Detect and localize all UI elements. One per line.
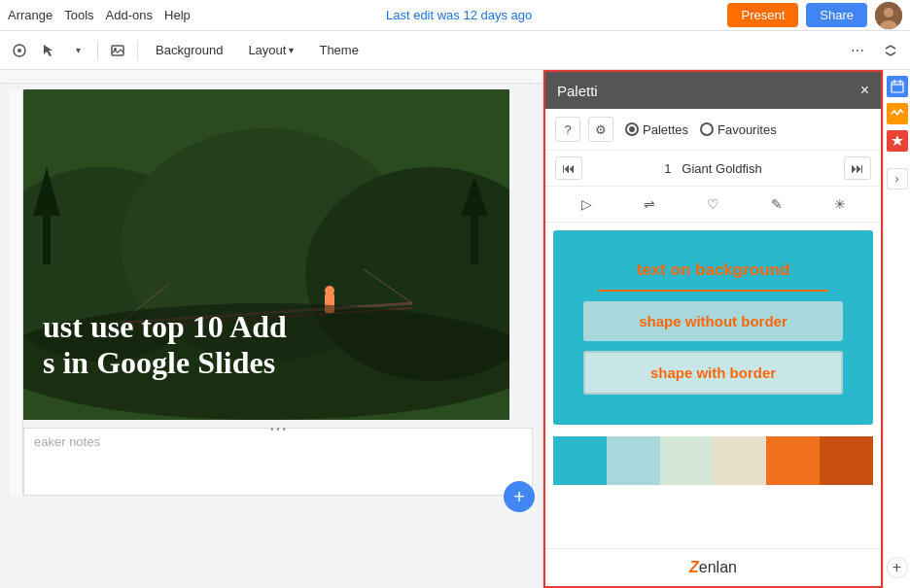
preview-shape-no-border: shape without border bbox=[583, 301, 843, 341]
menu-addons[interactable]: Add-ons bbox=[106, 8, 153, 22]
view-mode-radio-group: Palettes Favourites bbox=[625, 122, 777, 137]
home-icon[interactable] bbox=[8, 39, 31, 62]
paletti-body: ? ⚙ Palettes Favourites bbox=[543, 109, 883, 588]
far-right-sidebar: › + bbox=[883, 70, 910, 588]
preview-line bbox=[598, 290, 829, 292]
slide-title-text: ust use top 10 Add s in Google Slides bbox=[43, 309, 287, 381]
star-icon[interactable] bbox=[887, 130, 908, 152]
paletti-close-button[interactable]: × bbox=[860, 82, 869, 99]
menu-bar: Arrange Tools Add-ons Help Last edit was… bbox=[0, 0, 910, 31]
add-right-button[interactable]: + bbox=[887, 557, 908, 582]
swatch-5[interactable] bbox=[766, 436, 820, 485]
svg-point-6 bbox=[114, 48, 117, 51]
favourites-radio-label[interactable]: Favourites bbox=[700, 122, 777, 137]
color-swatches[interactable] bbox=[553, 436, 873, 485]
palettes-radio-dot bbox=[625, 122, 639, 136]
nav-palette-name: Giant Goldfish bbox=[682, 161, 761, 176]
svg-marker-27 bbox=[892, 135, 903, 146]
favourites-label: Favourites bbox=[718, 122, 777, 137]
favourite-button[interactable]: ♡ bbox=[699, 192, 727, 216]
background-button[interactable]: Background bbox=[146, 37, 232, 64]
insert-image-icon[interactable] bbox=[106, 39, 129, 62]
toolbar: ▾ Background Layout ▾ Theme ⋯ bbox=[0, 31, 910, 70]
slide-area: ust use top 10 Add s in Google Slides • … bbox=[0, 70, 542, 588]
divider-1 bbox=[97, 41, 98, 60]
shape-no-border-label: shape without border bbox=[639, 313, 788, 329]
palettes-radio-label[interactable]: Palettes bbox=[625, 122, 688, 137]
expand-right-icon[interactable]: › bbox=[887, 168, 908, 190]
shape-with-border-label: shape with border bbox=[650, 364, 776, 381]
layout-chevron-icon: ▾ bbox=[289, 45, 294, 55]
preview-text-on-bg: text on background bbox=[637, 260, 790, 280]
help-icon[interactable]: ? bbox=[555, 117, 580, 142]
shuffle-button[interactable]: ⇌ bbox=[636, 192, 663, 216]
brand-rest: enlan bbox=[699, 559, 737, 575]
more-options-icon[interactable]: ⋯ bbox=[846, 39, 869, 62]
brand-z-letter: Z bbox=[689, 559, 699, 575]
favourites-radio-dot bbox=[700, 122, 714, 136]
svg-rect-23 bbox=[892, 82, 903, 92]
svg-point-21 bbox=[325, 286, 334, 295]
layout-button[interactable]: Layout ▾ bbox=[238, 37, 303, 64]
play-button[interactable]: ▷ bbox=[574, 192, 600, 216]
nav-info: 1 Giant Goldfish bbox=[664, 161, 761, 176]
menu-tools[interactable]: Tools bbox=[64, 8, 93, 22]
avatar[interactable] bbox=[875, 2, 902, 29]
divider-2 bbox=[137, 41, 138, 60]
nav-number: 1 bbox=[664, 161, 671, 176]
edit-button[interactable]: ✎ bbox=[763, 192, 790, 216]
swatch-6[interactable] bbox=[820, 436, 873, 485]
paletti-spacer bbox=[545, 489, 881, 548]
collapse-icon[interactable] bbox=[879, 39, 902, 62]
speaker-notes-area[interactable]: • • • eaker notes bbox=[23, 428, 533, 496]
swatch-4[interactable] bbox=[713, 436, 766, 485]
svg-point-4 bbox=[18, 49, 21, 52]
magic-button[interactable]: ✳ bbox=[826, 192, 854, 216]
paletti-controls-row: ? ⚙ Palettes Favourites bbox=[545, 109, 881, 151]
preview-shape-with-border: shape with border bbox=[583, 351, 843, 395]
paletti-header: Paletti × bbox=[543, 70, 883, 109]
paletti-nav-row: ⏮ 1 Giant Goldfish ⏭ bbox=[545, 151, 881, 187]
menu-help[interactable]: Help bbox=[164, 8, 191, 22]
ruler-vertical bbox=[10, 89, 23, 496]
notes-handle-icon: • • • bbox=[270, 424, 286, 434]
paletti-footer: Zenlan bbox=[545, 548, 881, 586]
paletti-title: Paletti bbox=[557, 83, 598, 99]
add-slide-button[interactable]: + bbox=[504, 481, 535, 512]
svg-point-1 bbox=[884, 8, 893, 17]
palettes-label: Palettes bbox=[643, 122, 688, 137]
palette-preview-area: text on background shape without border … bbox=[553, 230, 873, 425]
last-edit-text: Last edit was 12 days ago bbox=[386, 8, 532, 22]
right-spacer bbox=[896, 157, 897, 158]
theme-button[interactable]: Theme bbox=[309, 37, 368, 64]
paletti-panel: Paletti × ? ⚙ Palettes bbox=[542, 70, 883, 588]
activity-icon[interactable] bbox=[887, 103, 908, 124]
nav-prev-button[interactable]: ⏮ bbox=[555, 156, 582, 180]
calendar-icon[interactable] bbox=[887, 76, 908, 97]
speaker-notes-placeholder: eaker notes bbox=[34, 434, 100, 449]
slide-canvas[interactable]: ust use top 10 Add s in Google Slides bbox=[23, 89, 509, 420]
ruler-horizontal bbox=[0, 70, 542, 84]
swatch-3[interactable] bbox=[660, 436, 714, 485]
share-button[interactable]: Share bbox=[806, 3, 867, 27]
nav-next-button[interactable]: ⏭ bbox=[844, 156, 871, 180]
settings-icon[interactable]: ⚙ bbox=[588, 117, 613, 142]
cursor-dropdown[interactable]: ▾ bbox=[66, 39, 89, 62]
swatch-1[interactable] bbox=[553, 436, 607, 485]
menu-right-controls: Present Share bbox=[727, 2, 902, 29]
main-area: ust use top 10 Add s in Google Slides • … bbox=[0, 70, 910, 588]
paletti-actions-row: ▷ ⇌ ♡ ✎ ✳ bbox=[545, 187, 881, 223]
swatch-2[interactable] bbox=[607, 436, 660, 485]
cursor-icon[interactable] bbox=[37, 39, 60, 62]
menu-arrange[interactable]: Arrange bbox=[8, 8, 52, 22]
present-button[interactable]: Present bbox=[727, 3, 798, 27]
